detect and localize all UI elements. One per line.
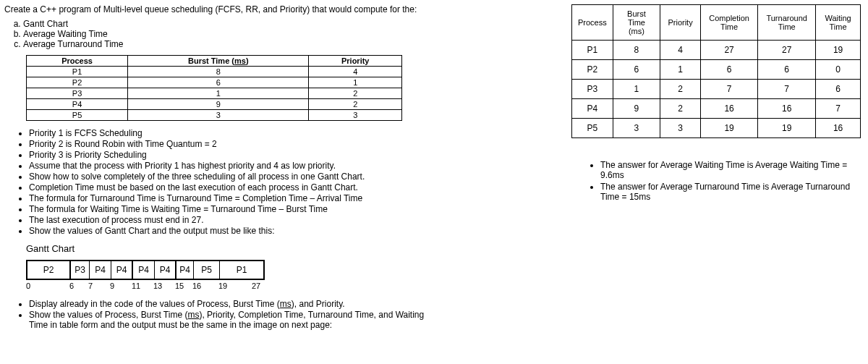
gantt-cell: P3: [71, 261, 90, 279]
cell: 6: [758, 60, 816, 80]
cell: 27: [758, 41, 816, 60]
cell: 6: [701, 60, 758, 80]
list-item: Show the values of Process, Burst Time (…: [29, 310, 434, 330]
col-completion: Completion Time: [701, 5, 758, 41]
cell: 3: [128, 110, 309, 121]
gantt-cell: P5: [194, 261, 220, 279]
table-row: P312776: [572, 80, 861, 99]
col-turnaround: Turnaround Time: [758, 5, 816, 41]
left-column: Create a C++ program of Multi-level queu…: [0, 0, 441, 364]
cell: 6: [816, 80, 861, 99]
tick: 27: [252, 282, 260, 290]
list-item: Show the values of Gantt Chart and the o…: [29, 226, 434, 236]
cell: 2: [660, 99, 701, 119]
gantt-chart: P2 P3 P4 P4 P4 P4 P4 P5 P1: [26, 260, 265, 280]
right-column: Process Burst Time (ms) Priority Complet…: [441, 0, 868, 364]
table-row: P312: [27, 88, 402, 99]
gantt-title: Gantt Chart: [26, 243, 434, 254]
cell: P3: [572, 80, 613, 99]
list-item: Completion Time must be based on the las…: [29, 182, 434, 192]
gantt-cell: P4: [155, 261, 176, 279]
cell: 1: [128, 88, 309, 99]
gantt-cell: P4: [176, 261, 194, 279]
gantt-cell: P2: [27, 261, 71, 279]
req-b: Average Waiting Time: [23, 29, 434, 39]
gantt-cell: P4: [90, 261, 111, 279]
cell: P4: [572, 99, 613, 119]
table-row: P533191916: [572, 119, 861, 138]
cell: 2: [309, 99, 402, 110]
tick: 16: [192, 282, 218, 290]
cell: 1: [309, 77, 402, 88]
cell: 7: [758, 80, 816, 99]
table-row: P533: [27, 110, 402, 121]
cell: 4: [309, 67, 402, 77]
list-item: The formula for Waiting Time is Waiting …: [29, 204, 434, 214]
tick: 15: [175, 282, 192, 290]
cell: P1: [572, 41, 613, 60]
table-row: P184: [27, 67, 402, 77]
table-row: P261: [27, 77, 402, 88]
cell: 16: [758, 99, 816, 119]
gantt-cell: P4: [111, 261, 133, 279]
avg-waiting-answer: The answer for Average Waiting Time is A…: [600, 160, 861, 180]
tick: 9: [110, 282, 132, 290]
cell: 9: [128, 99, 309, 110]
col-burst: Burst Time (ms): [128, 56, 309, 67]
col-process: Process: [27, 56, 128, 67]
gantt-cell: P4: [133, 261, 155, 279]
cell: 9: [613, 99, 660, 119]
cell: 8: [613, 41, 660, 60]
cell: 1: [613, 80, 660, 99]
tick: 19: [218, 282, 252, 290]
cell: 7: [701, 80, 758, 99]
col-priority: Priority: [660, 5, 701, 41]
cell: 0: [816, 60, 861, 80]
tick: 11: [132, 282, 153, 290]
table-row: P261660: [572, 60, 861, 80]
requirements-list: Gantt Chart Average Waiting Time Average…: [23, 19, 434, 49]
cell: 6: [613, 60, 660, 80]
process-input-table: Process Burst Time (ms) Priority P184 P2…: [26, 55, 402, 121]
notes-list-1: Priority 1 is FCFS Scheduling Priority 2…: [29, 128, 434, 236]
cell: 6: [128, 77, 309, 88]
unit: ms: [280, 299, 292, 309]
cell: P5: [572, 119, 613, 138]
cell: P5: [27, 110, 128, 121]
avg-turnaround-answer: The answer for Average Turnaround Time i…: [600, 182, 861, 202]
cell: 1: [660, 60, 701, 80]
cell: 3: [309, 110, 402, 121]
cell: 7: [816, 99, 861, 119]
table-row: P492: [27, 99, 402, 110]
col-burst-post: ): [246, 56, 249, 65]
cell: 19: [701, 119, 758, 138]
cell: P1: [27, 67, 128, 77]
cell: 19: [758, 119, 816, 138]
cell: 27: [701, 41, 758, 60]
cell: 2: [660, 80, 701, 99]
cell: P3: [27, 88, 128, 99]
intro-text: Create a C++ program of Multi-level queu…: [4, 4, 434, 14]
cell: 16: [701, 99, 758, 119]
list-item: The formula for Turnaround Time is Turna…: [29, 193, 434, 203]
list-item: Show how to solve completely of the thre…: [29, 172, 434, 182]
cell: P2: [572, 60, 613, 80]
cell: 19: [816, 41, 861, 60]
tick: 6: [69, 282, 88, 290]
table-row: P49216167: [572, 99, 861, 119]
tick: 0: [26, 282, 69, 290]
tick: 7: [88, 282, 110, 290]
cell: 3: [660, 119, 701, 138]
list-item: Priority 2 is Round Robin with Time Quan…: [29, 139, 434, 149]
table-row: P184272719: [572, 41, 861, 60]
list-item: Priority 3 is Priority Scheduling: [29, 150, 434, 160]
col-burst: Burst Time (ms): [613, 5, 660, 41]
cell: 4: [660, 41, 701, 60]
col-burst-unit: ms: [234, 56, 246, 65]
col-burst-pre: Burst Time (: [188, 56, 234, 65]
gantt-cell: P1: [220, 261, 263, 279]
text: Show the values of Process, Burst Time (: [29, 310, 187, 320]
col-waiting: Waiting Time: [816, 5, 861, 41]
answer-notes: The answer for Average Waiting Time is A…: [600, 160, 861, 202]
gantt-ticks: 0 6 7 9 11 13 15 16 19 27: [26, 282, 434, 290]
